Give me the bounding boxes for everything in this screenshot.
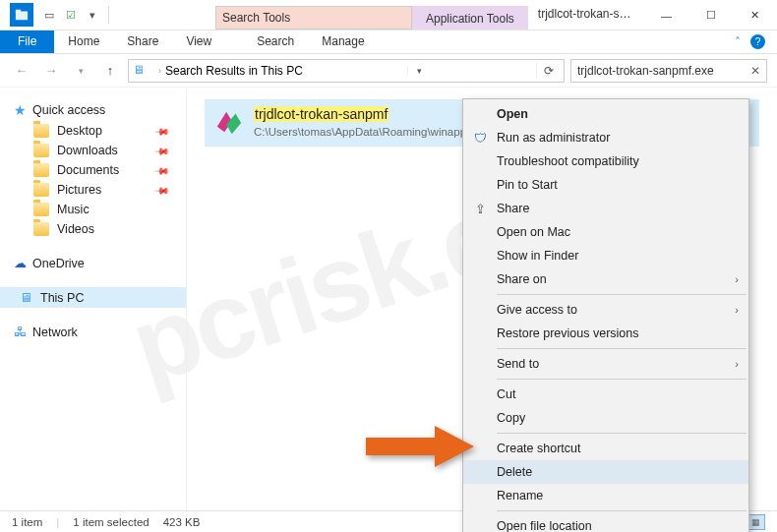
- ctx-label: Open file location: [497, 519, 592, 532]
- home-tab[interactable]: Home: [54, 30, 113, 53]
- ctx-give-access[interactable]: Give access to›: [463, 298, 748, 322]
- submenu-arrow-icon: ›: [735, 304, 739, 316]
- ctx-separator: [497, 348, 747, 349]
- sidebar-item-label: Downloads: [57, 144, 118, 157]
- maximize-button[interactable]: ☐: [688, 0, 733, 30]
- folder-icon: [33, 183, 49, 197]
- ctx-pin-start[interactable]: Pin to Start: [463, 173, 748, 197]
- sidebar-network[interactable]: 🖧Network: [14, 322, 186, 342]
- ctx-copy[interactable]: Copy: [463, 406, 748, 430]
- ctx-restore-versions[interactable]: Restore previous versions: [463, 322, 748, 345]
- sidebar-item-label: Music: [57, 203, 90, 216]
- view-tab[interactable]: View: [172, 30, 225, 53]
- location-pc-icon: 🖥: [133, 63, 149, 79]
- shield-icon: 🛡: [471, 131, 489, 146]
- sidebar-thispc-label: This PC: [40, 291, 84, 305]
- ctx-label: Open: [497, 107, 528, 121]
- contextual-tab-search-tools[interactable]: Search Tools: [215, 6, 412, 30]
- ctx-open[interactable]: Open: [463, 102, 748, 126]
- explorer-app-icon: [10, 3, 33, 27]
- ctx-label: Show in Finder: [497, 249, 578, 263]
- status-size: 423 KB: [163, 516, 201, 528]
- forward-button[interactable]: →: [39, 59, 63, 83]
- sidebar-network-label: Network: [32, 325, 78, 339]
- ctx-run-as-admin[interactable]: 🛡Run as administrator: [463, 126, 748, 149]
- ctx-cut[interactable]: Cut: [463, 383, 748, 406]
- clear-search-icon[interactable]: ✕: [750, 64, 760, 78]
- network-icon: 🖧: [14, 325, 27, 339]
- qat-dropdown-icon[interactable]: ▾: [83, 5, 102, 25]
- ctx-rename[interactable]: Rename: [463, 484, 748, 507]
- ctx-label: Share on: [497, 272, 547, 286]
- window-title: trjdlcot-trokan-sanpmf.exe - Search Resu…: [528, 0, 644, 30]
- ctx-open-on-mac[interactable]: Open on Mac: [463, 220, 748, 244]
- qat-checkbox-icon[interactable]: ☑: [61, 5, 81, 25]
- share-icon: ⇪: [471, 202, 489, 216]
- ctx-separator: [497, 294, 747, 295]
- close-button[interactable]: ✕: [733, 0, 777, 30]
- ctx-label: Troubleshoot compatibility: [497, 154, 639, 168]
- sidebar-item-videos[interactable]: Videos: [14, 219, 186, 239]
- pin-icon: 📌: [154, 162, 170, 178]
- sidebar-item-documents[interactable]: Documents📌: [14, 160, 186, 180]
- sidebar-quick-access-label: Quick access: [32, 103, 105, 117]
- sidebar-item-downloads[interactable]: Downloads📌: [14, 141, 186, 160]
- result-filename: trjdlcot-trokan-sanpmf: [254, 106, 388, 122]
- status-item-count: 1 item: [12, 516, 42, 528]
- svg-rect-0: [16, 12, 28, 21]
- ctx-share[interactable]: ⇪Share: [463, 197, 748, 220]
- folder-icon: [33, 163, 49, 177]
- svg-marker-4: [366, 426, 474, 467]
- ctx-delete[interactable]: Delete: [463, 460, 748, 484]
- navigation-pane: ★Quick access Desktop📌 Downloads📌 Docume…: [0, 88, 187, 510]
- refresh-icon[interactable]: ⟳: [536, 64, 560, 78]
- ctx-create-shortcut[interactable]: Create shortcut: [463, 437, 748, 460]
- ctx-label: Create shortcut: [497, 442, 580, 455]
- ctx-label: Restore previous versions: [497, 326, 639, 340]
- ctx-separator: [497, 379, 747, 380]
- result-path: C:\Users\tomas\AppData\Roaming\winapp: [254, 126, 466, 138]
- status-selected: 1 item selected: [73, 516, 149, 528]
- sidebar-quick-access[interactable]: ★Quick access: [14, 99, 186, 121]
- back-button[interactable]: ←: [10, 59, 33, 83]
- ctx-label: Send to: [497, 357, 539, 371]
- share-tab[interactable]: Share: [113, 30, 172, 53]
- ctx-open-file-location[interactable]: Open file location: [463, 514, 748, 532]
- address-bar[interactable]: 🖥 › Search Results in This PC ▾ ⟳: [128, 59, 565, 83]
- ribbon-expand-icon[interactable]: ˄: [735, 35, 741, 49]
- folder-icon: [33, 203, 49, 216]
- file-tab[interactable]: File: [0, 30, 54, 53]
- contextual-tab-application-tools[interactable]: Application Tools: [412, 6, 528, 30]
- address-dropdown-icon[interactable]: ▾: [407, 66, 431, 76]
- ctx-show-in-finder[interactable]: Show in Finder: [463, 244, 748, 267]
- navbar: ← → ▾ ↑ 🖥 › Search Results in This PC ▾ …: [0, 54, 777, 88]
- ctx-separator: [497, 433, 747, 434]
- ctx-label: Rename: [497, 489, 543, 502]
- star-icon: ★: [14, 102, 27, 118]
- svg-rect-1: [16, 10, 21, 13]
- sidebar-item-label: Documents: [57, 163, 119, 177]
- ctx-send-to[interactable]: Send to›: [463, 352, 748, 376]
- sidebar-onedrive[interactable]: ☁OneDrive: [14, 253, 186, 273]
- pin-icon: 📌: [154, 182, 170, 198]
- manage-tab[interactable]: Manage: [308, 30, 378, 53]
- qat-properties-icon[interactable]: ▭: [39, 5, 59, 25]
- recent-dropdown-icon[interactable]: ▾: [69, 59, 92, 83]
- ctx-troubleshoot[interactable]: Troubleshoot compatibility: [463, 149, 748, 173]
- folder-icon: [33, 222, 49, 236]
- search-box[interactable]: trjdlcot-trokan-sanpmf.exe ✕: [570, 59, 767, 83]
- ctx-share-on[interactable]: Share on›: [463, 267, 748, 291]
- sidebar-item-pictures[interactable]: Pictures📌: [14, 180, 186, 200]
- sidebar-item-desktop[interactable]: Desktop📌: [14, 121, 186, 141]
- sidebar-this-pc[interactable]: 🖥This PC: [0, 287, 186, 308]
- up-button[interactable]: ↑: [98, 59, 122, 83]
- help-icon[interactable]: ?: [750, 34, 765, 49]
- search-tab[interactable]: Search: [243, 30, 308, 53]
- application-icon: [212, 105, 244, 137]
- sidebar-item-music[interactable]: Music: [14, 200, 186, 219]
- pin-icon: 📌: [154, 143, 170, 158]
- search-value: trjdlcot-trokan-sanpmf.exe: [577, 64, 714, 78]
- submenu-arrow-icon: ›: [735, 358, 739, 370]
- context-menu: Open 🛡Run as administrator Troubleshoot …: [462, 98, 749, 532]
- minimize-button[interactable]: ―: [644, 0, 688, 30]
